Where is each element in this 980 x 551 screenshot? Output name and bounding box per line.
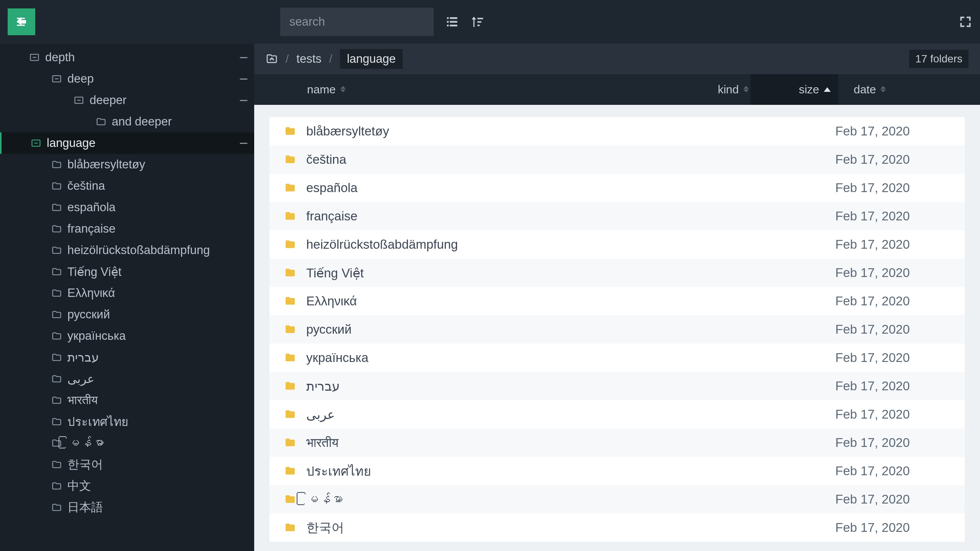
folder-count-badge: 17 folders [909, 50, 969, 68]
tree-item[interactable]: deeper− [0, 90, 254, 111]
file-row[interactable]: မြန်မာFeb 17, 2020 [270, 485, 965, 514]
collapse-toggle[interactable]: − [239, 50, 248, 65]
sort-button[interactable] [470, 15, 484, 29]
folder-icon [51, 481, 62, 491]
svg-rect-11 [477, 25, 480, 26]
file-row[interactable]: Tiếng ViệtFeb 17, 2020 [270, 259, 965, 287]
file-name: भारतीय [306, 435, 835, 450]
tree-item[interactable]: language− [0, 132, 254, 154]
breadcrumb-home-button[interactable] [266, 53, 278, 65]
tree-item-label: deeper [90, 93, 127, 107]
file-row[interactable]: blåbærsyltetøyFeb 17, 2020 [270, 117, 965, 145]
tree-item[interactable]: heizölrückstoßabdämpfung [0, 240, 254, 261]
tree-item[interactable]: عربى [0, 368, 254, 390]
folder-icon [284, 493, 296, 505]
folder-icon [29, 52, 40, 63]
svg-rect-10 [477, 21, 482, 23]
folder-icon [51, 331, 62, 341]
file-date: Feb 17, 2020 [835, 322, 950, 337]
file-row[interactable]: heizölrückstoßabdämpfungFeb 17, 2020 [270, 230, 965, 259]
column-header-size[interactable]: size [799, 83, 831, 96]
file-date: Feb 17, 2020 [835, 492, 950, 507]
tree-item[interactable]: española [0, 197, 254, 218]
folder-icon [31, 138, 41, 148]
collapse-toggle[interactable]: − [239, 71, 248, 86]
tree-item[interactable]: русский [0, 304, 254, 325]
breadcrumb-link-tests[interactable]: tests [296, 52, 321, 66]
file-name: čeština [306, 152, 835, 167]
sort-asc-icon [824, 87, 831, 92]
tree-item[interactable]: and deeper [0, 111, 254, 132]
file-date: Feb 17, 2020 [835, 124, 950, 139]
topbar [0, 0, 980, 44]
column-header-kind[interactable]: kind [718, 83, 750, 96]
folder-icon [51, 159, 62, 170]
file-content-area[interactable]: blåbærsyltetøyFeb 17, 2020češtinaFeb 17,… [254, 105, 980, 551]
sort-both-icon [880, 86, 887, 93]
folder-icon [284, 295, 296, 307]
tree-item[interactable]: українська [0, 325, 254, 347]
folder-tree-sidebar[interactable]: depth−deep−deeper−and deeperlanguage−blå… [0, 44, 254, 551]
column-header-date[interactable]: date [854, 83, 887, 96]
view-list-button[interactable] [445, 15, 459, 29]
tree-item-label: भारतीय [67, 393, 98, 407]
folder-icon [51, 373, 62, 384]
search-input[interactable] [280, 8, 434, 36]
main-panel: / tests / language 17 folders name kind [254, 44, 980, 551]
tree-item[interactable]: 日本語 [0, 497, 254, 518]
file-row[interactable]: españolaFeb 17, 2020 [270, 174, 965, 202]
file-row[interactable]: 한국어Feb 17, 2020 [270, 514, 965, 542]
tree-item[interactable]: Ελληνικά [0, 282, 254, 304]
tree-item-label: 한국어 [67, 456, 103, 473]
file-row[interactable]: भारतीयFeb 17, 2020 [270, 429, 965, 457]
tree-item[interactable]: française [0, 218, 254, 240]
tree-item-label: Tiếng Việt [67, 265, 121, 279]
tree-item-label: عربى [67, 372, 95, 386]
folder-icon [51, 352, 62, 363]
file-name: française [306, 209, 835, 223]
tree-item[interactable]: blåbærsyltetøy [0, 154, 254, 175]
tree-item[interactable]: deep− [0, 68, 254, 90]
file-row[interactable]: عربىFeb 17, 2020 [270, 400, 965, 429]
fullscreen-button[interactable] [959, 15, 972, 29]
file-row[interactable]: češtinaFeb 17, 2020 [270, 145, 965, 174]
sort-both-icon [743, 86, 750, 93]
tree-item-label: heizölrückstoßabdämpfung [67, 243, 210, 257]
collapse-toggle[interactable]: − [239, 135, 248, 151]
column-header-size-label: size [799, 83, 819, 96]
tree-item[interactable]: depth− [0, 47, 254, 68]
folder-icon [51, 223, 62, 234]
breadcrumb-bar: / tests / language 17 folders [254, 44, 980, 74]
back-button[interactable] [8, 8, 35, 35]
tree-item[interactable]: čeština [0, 175, 254, 197]
tree-item[interactable]: ประเทศไทย [0, 411, 254, 432]
tree-item[interactable]: မြန်မာ [0, 432, 254, 454]
sort-icon [470, 15, 484, 29]
tree-item-label: Ελληνικά [67, 286, 115, 300]
svg-rect-2 [17, 25, 25, 26]
file-row[interactable]: ประเทศไทยFeb 17, 2020 [270, 457, 965, 485]
tree-item-label: and deeper [112, 115, 172, 129]
tree-item-label: ประเทศไทย [67, 412, 128, 431]
file-row[interactable]: עבריתFeb 17, 2020 [270, 372, 965, 400]
tree-item[interactable]: עברית [0, 347, 254, 368]
file-row[interactable]: françaiseFeb 17, 2020 [270, 202, 965, 230]
svg-rect-9 [477, 18, 483, 20]
file-row[interactable]: ΕλληνικάFeb 17, 2020 [270, 287, 965, 315]
breadcrumb-separator: / [329, 52, 332, 65]
folder-icon [284, 125, 296, 137]
file-name: עברית [306, 379, 835, 394]
svg-rect-0 [17, 18, 25, 19]
collapse-toggle[interactable]: − [239, 93, 248, 108]
tree-item[interactable]: Tiếng Việt [0, 261, 254, 282]
column-header-name[interactable]: name [307, 83, 347, 96]
tree-item-label: русский [67, 308, 110, 321]
tree-item[interactable]: भारतीय [0, 390, 254, 411]
tree-item[interactable]: 中文 [0, 475, 254, 497]
file-name: blåbærsyltetøy [306, 124, 835, 139]
tree-item[interactable]: 한국어 [0, 454, 254, 475]
svg-rect-3 [447, 17, 449, 19]
file-date: Feb 17, 2020 [835, 379, 950, 393]
file-row[interactable]: русскийFeb 17, 2020 [270, 315, 965, 344]
file-row[interactable]: українськаFeb 17, 2020 [270, 344, 965, 372]
